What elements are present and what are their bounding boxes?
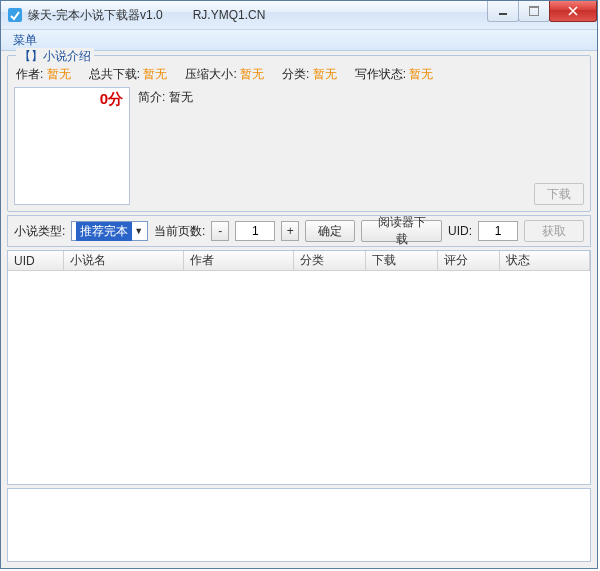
intro-groupbox: 【】小说介绍 作者: 暂无 总共下载: 暂无 压缩大小: 暂无 分类: 暂无 [7,55,591,212]
col-name[interactable]: 小说名 [64,251,184,271]
cover-box: 0分 [14,87,130,205]
downloads-pair: 总共下载: 暂无 [89,66,168,83]
novel-listview[interactable]: UID 小说名 作者 分类 下载 评分 状态 [7,250,591,485]
summary-area: 简介: 暂无 下载 [138,87,584,205]
col-downloads[interactable]: 下载 [366,251,438,271]
status-label: 写作状态: [355,67,406,81]
download-button[interactable]: 下载 [534,183,584,205]
downloads-label: 总共下载: [89,67,140,81]
window-controls [488,1,597,21]
author-pair: 作者: 暂无 [16,66,71,83]
status-pair: 写作状态: 暂无 [355,66,434,83]
maximize-button[interactable] [518,1,550,22]
list-body [8,271,590,484]
size-label: 压缩大小: [185,67,236,81]
chevron-down-icon: ▼ [132,226,145,236]
type-selected: 推荐完本 [76,222,132,241]
summary-line: 简介: 暂无 [138,87,584,106]
window-title: 缘天-完本小说下载器v1.0 [28,7,163,24]
size-value: 暂无 [240,67,264,81]
intro-title: 【】小说介绍 [16,48,94,65]
svg-rect-0 [8,8,22,22]
confirm-button[interactable]: 确定 [305,220,355,242]
type-combo[interactable]: 推荐完本 ▼ [71,221,148,241]
author-label: 作者: [16,67,43,81]
size-pair: 压缩大小: 暂无 [185,66,264,83]
col-rating[interactable]: 评分 [438,251,500,271]
log-box[interactable] [7,488,591,562]
window-url: RJ.YMQ1.CN [193,8,266,22]
col-status[interactable]: 状态 [500,251,590,271]
list-header: UID 小说名 作者 分类 下载 评分 状态 [8,251,590,271]
client-area: 【】小说介绍 作者: 暂无 总共下载: 暂无 压缩大小: 暂无 分类: 暂无 [1,51,597,568]
app-window: 缘天-完本小说下载器v1.0 RJ.YMQ1.CN 菜单 【】小说介绍 作者: … [0,0,598,569]
downloads-value: 暂无 [143,67,167,81]
app-icon [7,7,23,23]
col-uid[interactable]: UID [8,251,64,271]
status-value: 暂无 [409,67,433,81]
info-row: 作者: 暂无 总共下载: 暂无 压缩大小: 暂无 分类: 暂无 写作状态: [14,64,584,87]
col-category[interactable]: 分类 [294,251,366,271]
score-text: 0分 [100,90,123,202]
page-minus-button[interactable]: - [211,221,229,241]
titlebar[interactable]: 缘天-完本小说下载器v1.0 RJ.YMQ1.CN [1,1,597,30]
close-icon [568,6,578,16]
intro-body: 0分 简介: 暂无 下载 [14,87,584,205]
page-plus-button[interactable]: + [281,221,299,241]
fetch-button[interactable]: 获取 [524,220,584,242]
page-label: 当前页数: [154,223,205,240]
minimize-button[interactable] [487,1,519,22]
reader-download-button[interactable]: 阅读器下载 [361,220,442,242]
uid-input[interactable] [478,221,518,241]
category-label: 分类: [282,67,309,81]
category-value: 暂无 [313,67,337,81]
summary-label: 简介: [138,90,165,104]
col-author[interactable]: 作者 [184,251,294,271]
category-pair: 分类: 暂无 [282,66,337,83]
filter-bar: 小说类型: 推荐完本 ▼ 当前页数: - + 确定 阅读器下载 UID: 获取 [7,215,591,247]
uid-label: UID: [448,224,472,238]
page-input[interactable] [235,221,275,241]
type-label: 小说类型: [14,223,65,240]
summary-value: 暂无 [169,90,193,104]
download-row: 下载 [138,183,584,205]
author-value: 暂无 [47,67,71,81]
close-button[interactable] [549,1,597,22]
